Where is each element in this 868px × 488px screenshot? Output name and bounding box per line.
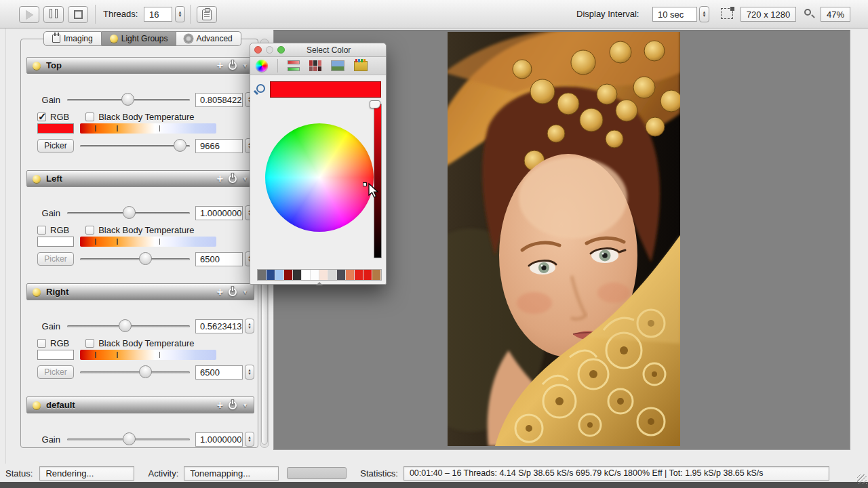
dialog-titlebar[interactable]: Select Color	[250, 43, 386, 57]
crayons-mode-icon[interactable]	[354, 61, 368, 71]
bbt-checkbox[interactable]	[85, 226, 94, 235]
color-palettes-mode-icon[interactable]	[309, 60, 321, 71]
group-header-left[interactable]: Left + ▼	[26, 170, 254, 187]
clipboard-icon	[202, 9, 212, 20]
swatch[interactable]	[284, 270, 293, 280]
picker-button[interactable]: Picker	[37, 252, 74, 266]
play-button[interactable]	[19, 6, 39, 23]
gain-value-field[interactable]: 1.0000000	[195, 206, 243, 220]
swatch[interactable]	[355, 270, 363, 280]
temperature-slider[interactable]	[80, 138, 190, 153]
brightness-slider-thumb[interactable]	[370, 100, 380, 108]
temperature-gradient	[80, 123, 216, 134]
threads-input[interactable]: 16	[144, 7, 172, 22]
rendered-image	[448, 32, 680, 446]
tab-advanced[interactable]: Advanced	[176, 31, 241, 46]
add-icon[interactable]: +	[217, 60, 223, 72]
power-icon[interactable]	[229, 62, 237, 70]
display-interval-input[interactable]: 10 sec	[652, 7, 697, 22]
swatch[interactable]	[258, 270, 267, 280]
resize-render-icon[interactable]	[721, 8, 733, 19]
zoom-percent-field: 47%	[821, 7, 850, 22]
stop-button[interactable]	[68, 6, 88, 23]
gain-slider[interactable]	[67, 432, 190, 447]
swatch[interactable]	[328, 270, 337, 280]
power-icon[interactable]	[229, 288, 237, 296]
brightness-slider[interactable]	[374, 104, 382, 258]
zoom-icon[interactable]	[277, 46, 285, 54]
power-icon[interactable]	[229, 401, 237, 409]
tab-light-groups[interactable]: Light Groups	[102, 31, 177, 46]
magnifier-icon[interactable]	[256, 84, 265, 93]
tab-imaging[interactable]: Imaging	[43, 31, 102, 46]
temperature-slider[interactable]	[80, 365, 190, 380]
temperature-slider[interactable]	[80, 251, 190, 266]
chevron-down-icon[interactable]: ▼	[242, 62, 248, 69]
power-icon[interactable]	[229, 175, 237, 183]
add-icon[interactable]: +	[217, 399, 223, 411]
bbt-checkbox[interactable]	[85, 113, 94, 121]
gain-value-field[interactable]: 0.5623413	[195, 319, 243, 333]
temperature-value-field[interactable]: 6500	[195, 252, 243, 266]
zoom-loupe-icon[interactable]	[804, 9, 811, 16]
light-group-left: Left + ▼ Gain 1.0000000 ▲▼ RGB Black Bod…	[26, 170, 254, 187]
swatch[interactable]	[311, 270, 319, 280]
gain-value-field[interactable]: 0.8058422	[195, 93, 243, 107]
close-icon[interactable]	[254, 46, 262, 54]
gain-slider[interactable]	[67, 319, 190, 333]
temperature-value-field[interactable]: 6500	[195, 365, 243, 380]
image-palettes-mode-icon[interactable]	[331, 60, 344, 71]
chevron-down-icon[interactable]: ▼	[242, 289, 248, 296]
swatch[interactable]	[346, 270, 355, 280]
resize-grip[interactable]	[857, 474, 867, 484]
rgb-checkbox[interactable]	[37, 226, 46, 235]
gain-slider[interactable]	[67, 92, 190, 107]
rgb-checkbox[interactable]	[37, 113, 46, 121]
selected-color-bar	[270, 81, 381, 98]
add-icon[interactable]: +	[217, 286, 223, 298]
picker-button[interactable]: Picker	[37, 365, 74, 379]
gain-slider[interactable]	[67, 205, 190, 220]
lightbulb-icon	[110, 35, 118, 43]
group-header-top[interactable]: Top + ▼	[26, 57, 254, 74]
temperature-value-field[interactable]: 9666	[195, 139, 243, 153]
display-interval-stepper[interactable]: ▲▼	[699, 6, 709, 22]
temperature-stepper[interactable]: ▲▼	[245, 365, 254, 380]
color-swatch[interactable]	[37, 237, 74, 247]
bbt-label: Black Body Temperature	[98, 225, 194, 235]
group-header-right[interactable]: Right + ▼	[26, 283, 254, 300]
color-swatch[interactable]	[37, 123, 74, 134]
swatch[interactable]	[319, 270, 328, 280]
gain-stepper[interactable]: ▲▼	[245, 319, 254, 333]
minimize-icon[interactable]	[266, 46, 273, 54]
pause-button[interactable]	[43, 6, 64, 23]
group-header-default[interactable]: default + ▼	[26, 396, 254, 413]
chevron-down-icon[interactable]: ▼	[242, 176, 248, 182]
add-icon[interactable]: +	[217, 173, 223, 185]
threads-label: Threads:	[103, 9, 138, 19]
swatch[interactable]	[372, 270, 381, 280]
chevron-down-icon[interactable]: ▼	[242, 402, 248, 409]
gain-value-field[interactable]: 1.0000000	[195, 432, 243, 447]
gain-stepper[interactable]: ▲▼	[245, 432, 254, 447]
copy-button[interactable]	[197, 6, 217, 23]
gain-label: Gain	[26, 321, 67, 331]
color-sliders-mode-icon[interactable]	[288, 60, 300, 71]
color-wheel[interactable]	[265, 123, 374, 232]
swatch[interactable]	[302, 270, 311, 280]
swatch[interactable]	[363, 270, 372, 280]
swatch[interactable]	[267, 270, 275, 280]
color-wheel-marker[interactable]	[363, 182, 367, 186]
stop-icon	[74, 10, 83, 19]
swatch-drawer-handle[interactable]	[316, 282, 323, 285]
picker-mode-toolbar	[250, 57, 386, 75]
picker-button[interactable]: Picker	[37, 139, 74, 152]
color-swatch[interactable]	[37, 350, 74, 360]
rgb-checkbox[interactable]	[37, 339, 46, 348]
threads-stepper[interactable]: ▲▼	[175, 6, 185, 22]
bbt-checkbox[interactable]	[85, 339, 94, 348]
swatch[interactable]	[275, 270, 284, 280]
swatch[interactable]	[337, 270, 346, 280]
color-wheel-mode-icon[interactable]	[256, 60, 268, 72]
swatch[interactable]	[293, 270, 302, 280]
